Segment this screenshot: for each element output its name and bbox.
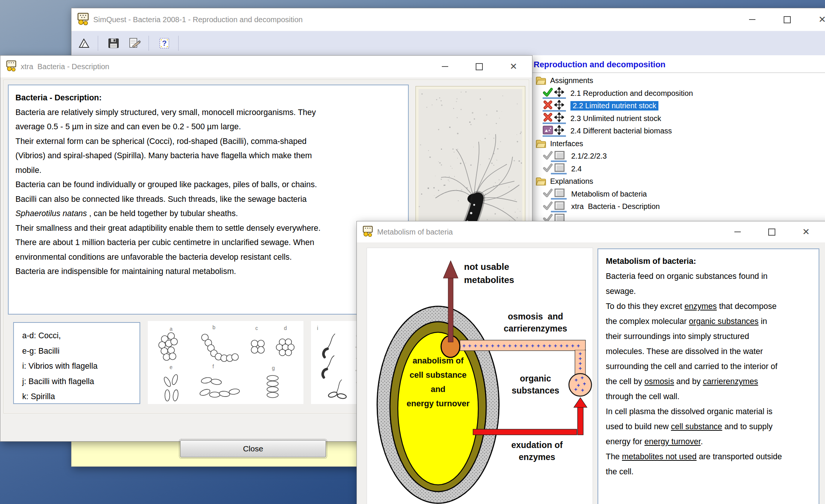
svg-text:carrierenzymes: carrierenzymes — [504, 324, 567, 333]
close-button[interactable]: ✕ — [789, 221, 823, 242]
maximize-button[interactable] — [770, 8, 805, 31]
item-underline-bar — [543, 110, 566, 112]
tree-item-label: 2.2 Limited nutrient stock — [570, 101, 658, 110]
tree-item[interactable]: 2.1/2.2/2.3 — [531, 150, 825, 163]
main-window-titlebar[interactable]: SimQuest - Bacteria 2008-1 - Reproductio… — [71, 8, 825, 31]
svg-text:+: + — [502, 342, 506, 349]
tree-item-label: 2.3 Unlimited nutrient stock — [570, 114, 661, 123]
svg-text:+: + — [560, 342, 563, 349]
tree-item[interactable]: xtra Bacteria - Description — [531, 200, 825, 213]
svg-text:+: + — [583, 381, 586, 387]
tree-item-label: 2.1 Reproduction and decomposition — [570, 89, 693, 98]
shape-legend-box: a-d: Cocci, e-g: Bacilli i: Vibrios with… — [13, 322, 140, 404]
main-toolbar: ? — [71, 31, 825, 56]
close-dialog-button[interactable]: Close — [180, 440, 326, 457]
check-gray-icon — [543, 201, 553, 210]
metabolism-window: Metabolism of bacteria ✕ — [356, 221, 825, 504]
description-body: Bacteria are relatively simply structure… — [15, 105, 408, 279]
description-window-titlebar[interactable]: xtra Bacteria - Description ✕ — [0, 56, 532, 77]
metabolism-textbox: Metabolism of bacteria: Bacteria feed on… — [598, 248, 819, 504]
close-button[interactable]: ✕ — [805, 8, 825, 31]
maximize-button[interactable] — [462, 56, 496, 77]
minimize-button[interactable] — [428, 56, 462, 77]
legend-line: j: Bacilli with flagella — [22, 374, 140, 389]
tree-item[interactable]: Assignments — [531, 74, 825, 87]
svg-text:substances: substances — [512, 386, 560, 395]
home-icon — [77, 38, 90, 49]
description-heading: Bacteria - Description: — [15, 91, 408, 105]
simquest-app-icon — [6, 60, 17, 73]
save-button[interactable] — [105, 35, 122, 52]
svg-text:c: c — [255, 325, 258, 331]
tree-item-label: 2.4 — [571, 165, 582, 173]
item-underline-bar — [551, 211, 567, 212]
window-icon — [554, 201, 565, 210]
cell-diagram-panel: +++++++++++++++++++++ ++++ +++ +++ — [367, 248, 593, 504]
svg-text:and: and — [431, 384, 445, 394]
tree-item-label: Explanations — [550, 177, 593, 186]
svg-text:+: + — [531, 342, 534, 349]
legend-line: i: Vibrios with flagella — [22, 359, 140, 374]
svg-text:+: + — [542, 342, 546, 349]
svg-text:+: + — [479, 342, 483, 349]
svg-text:metabolites: metabolites — [464, 275, 514, 285]
chart-purple-icon — [543, 126, 553, 135]
move-icon — [554, 112, 564, 122]
move-icon — [554, 100, 564, 110]
item-underline-bar — [551, 198, 567, 200]
tree-item[interactable]: 2.1 Reproduction and decomposition — [531, 87, 825, 100]
tree-item[interactable]: 2.4 Different bacterial biomass — [531, 125, 825, 138]
svg-text:cell substance: cell substance — [409, 370, 467, 380]
tree-item[interactable]: Interfaces — [531, 138, 825, 150]
toolbar-separator — [98, 36, 98, 51]
cross-red-icon — [543, 112, 553, 122]
metabolism-content: +++++++++++++++++++++ ++++ +++ +++ — [357, 242, 825, 504]
svg-text:+: + — [474, 342, 477, 349]
home-button[interactable] — [75, 35, 93, 52]
not-usable-metabolites-label: not usable — [464, 262, 509, 272]
tree-item[interactable]: 2.3 Unlimited nutrient stock — [531, 112, 825, 125]
tree-item[interactable]: 2.2 Limited nutrient stock — [531, 100, 825, 112]
svg-text:g: g — [272, 365, 275, 371]
edit-properties-button[interactable] — [126, 35, 143, 52]
simquest-app-icon — [77, 12, 89, 27]
simquest-app-icon — [362, 226, 373, 238]
check-green-icon — [543, 87, 553, 97]
minimize-button[interactable] — [735, 8, 770, 31]
svg-text:+: + — [514, 342, 517, 349]
description-window-title: xtra Bacteria - Description — [21, 62, 109, 71]
tree-item[interactable]: 2.4 — [531, 163, 825, 176]
edit-icon — [128, 37, 141, 49]
svg-text:+: + — [468, 342, 472, 349]
item-underline-bar — [543, 135, 566, 137]
metabolism-heading: Metabolism of bacteria: — [606, 254, 819, 269]
anabolism-label: anabolism of — [412, 356, 464, 365]
maximize-button[interactable] — [755, 221, 789, 242]
close-button[interactable]: ✕ — [496, 56, 531, 77]
help-button[interactable]: ? — [156, 35, 173, 52]
description-textbox: Bacteria - Description: Bacteria are rel… — [8, 85, 409, 315]
tree-item-label: Metabolism of bacteria — [571, 190, 647, 198]
check-gray-icon — [543, 188, 553, 198]
toolbar-separator — [149, 36, 149, 51]
tree-item[interactable]: Explanations — [531, 175, 825, 188]
svg-text:+: + — [571, 342, 574, 349]
svg-text:+: + — [574, 386, 577, 392]
minimize-button[interactable] — [720, 221, 755, 242]
window-icon — [554, 151, 565, 160]
svg-text:energy turnover: energy turnover — [406, 399, 470, 408]
window-icon — [554, 163, 565, 172]
metabolism-window-titlebar[interactable]: Metabolism of bacteria ✕ — [357, 221, 825, 242]
help-icon: ? — [158, 37, 170, 49]
organic-substances-label: organic — [520, 374, 551, 383]
svg-text:+: + — [577, 382, 580, 388]
svg-text:+: + — [520, 342, 523, 349]
svg-text:+: + — [565, 342, 569, 349]
svg-text:a: a — [170, 326, 173, 332]
desktop: SimQuest - Bacteria 2008-1 - Reproductio… — [0, 0, 825, 504]
tree-item-label: 2.1/2.2/2.3 — [571, 152, 607, 160]
tree-item[interactable]: Metabolism of bacteria — [531, 188, 825, 201]
check-gray-icon — [543, 163, 553, 173]
svg-text:+: + — [485, 342, 488, 349]
save-icon — [107, 37, 120, 49]
